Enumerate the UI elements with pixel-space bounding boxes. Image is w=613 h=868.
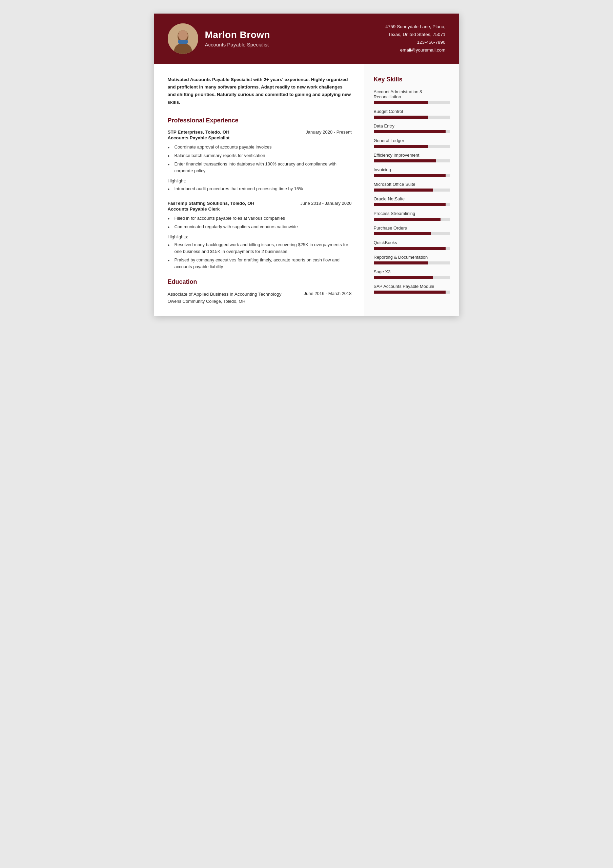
job-1-highlight-bullets: Introduced audit procedures that reduced… xyxy=(168,186,352,192)
svg-rect-4 xyxy=(178,40,188,44)
experience-section: Professional Experience STP Enterprises,… xyxy=(168,117,352,271)
email: email@youremail.com xyxy=(385,46,445,54)
skill-item: Invoicing xyxy=(374,167,450,177)
job-1-role: Accounts Payable Specialist xyxy=(168,135,352,140)
skill-name: Microsoft Office Suite xyxy=(374,182,450,187)
bullet-item: Resolved many backlogged work and billin… xyxy=(168,242,352,255)
skill-bar-background xyxy=(374,116,450,119)
job-1: STP Enterprises, Toledo, OH January 2020… xyxy=(168,130,352,192)
skill-bar-background xyxy=(374,218,450,221)
phone: 123-456-7890 xyxy=(385,39,445,46)
education-section: Education Associate of Applied Business … xyxy=(168,278,352,304)
job-2-header: FasTemp Staffing Solutions, Toledo, OH J… xyxy=(168,201,352,206)
skill-bar-fill xyxy=(374,116,428,119)
job-2-role: Accounts Payable Clerk xyxy=(168,206,352,212)
edu-1-school: Owens Community College, Toledo, OH xyxy=(168,299,352,304)
skill-item: QuickBooks xyxy=(374,240,450,250)
skill-bar-background xyxy=(374,261,450,265)
edu-1-degree: Associate of Applied Business in Account… xyxy=(168,291,282,298)
skill-item: Purchase Orders xyxy=(374,225,450,235)
job-2-company: FasTemp Staffing Solutions, Toledo, OH xyxy=(168,201,254,206)
skill-bar-fill xyxy=(374,218,441,221)
skill-bar-fill xyxy=(374,101,428,104)
skill-bar-fill xyxy=(374,247,446,250)
skill-item: Process Streamlining xyxy=(374,211,450,221)
header-contact: 4759 Sunnydale Lane, Plano, Texas, Unite… xyxy=(385,23,445,54)
skill-name: Reporting & Documentation xyxy=(374,255,450,260)
bullet-item: Coordinate approval of accounts payable … xyxy=(168,144,352,150)
skill-item: General Ledger xyxy=(374,138,450,148)
skill-bar-fill xyxy=(374,203,446,206)
skill-item: Sage X3 xyxy=(374,269,450,279)
skills-title: Key Skills xyxy=(374,76,450,83)
header-left: Marlon Brown Accounts Payable Specialist xyxy=(168,23,271,54)
address-line2: Texas, United States, 75071 xyxy=(385,31,445,39)
edu-1-dates: June 2016 - March 2018 xyxy=(304,291,352,296)
skill-name: General Ledger xyxy=(374,138,450,143)
summary-text: Motivated Accounts Payable Specialist wi… xyxy=(168,76,352,106)
job-1-dates: January 2020 - Present xyxy=(306,130,351,135)
skill-bar-background xyxy=(374,291,450,294)
skill-name: Data Entry xyxy=(374,123,450,129)
skill-bar-background xyxy=(374,101,450,104)
skill-item: Budget Control xyxy=(374,109,450,119)
svg-point-3 xyxy=(178,30,188,40)
edu-1-header: Associate of Applied Business in Account… xyxy=(168,291,352,298)
candidate-title: Accounts Payable Specialist xyxy=(205,42,271,48)
skill-bar-fill xyxy=(374,174,446,177)
candidate-name: Marlon Brown xyxy=(205,29,271,40)
job-1-header: STP Enterprises, Toledo, OH January 2020… xyxy=(168,130,352,135)
skill-bar-fill xyxy=(374,291,446,294)
skill-item: Microsoft Office Suite xyxy=(374,182,450,192)
right-column: Key Skills Account Administration & Reco… xyxy=(364,64,459,316)
body: Motivated Accounts Payable Specialist wi… xyxy=(154,64,459,316)
skill-bar-background xyxy=(374,232,450,235)
bullet-item: Introduced audit procedures that reduced… xyxy=(168,186,352,192)
skills-list: Account Administration & ReconciliationB… xyxy=(374,89,450,294)
skill-bar-background xyxy=(374,203,450,206)
name-title: Marlon Brown Accounts Payable Specialist xyxy=(205,29,271,48)
skill-item: Data Entry xyxy=(374,123,450,133)
skill-name: SAP Accounts Payable Module xyxy=(374,284,450,289)
job-2-bullets: Filled in for accounts payable roles at … xyxy=(168,215,352,230)
skill-name: Process Streamlining xyxy=(374,211,450,216)
skill-bar-background xyxy=(374,145,450,148)
skill-bar-background xyxy=(374,130,450,133)
skill-bar-background xyxy=(374,276,450,279)
skill-bar-background xyxy=(374,247,450,250)
avatar xyxy=(168,23,198,54)
skill-name: Oracle NetSuite xyxy=(374,196,450,202)
bullet-item: Communicated regularly with suppliers an… xyxy=(168,223,352,230)
skill-name: QuickBooks xyxy=(374,240,450,245)
skill-name: Invoicing xyxy=(374,167,450,172)
skill-bar-fill xyxy=(374,160,436,163)
header: Marlon Brown Accounts Payable Specialist… xyxy=(154,14,459,64)
skill-bar-fill xyxy=(374,145,428,148)
job-2-highlight-bullets: Resolved many backlogged work and billin… xyxy=(168,242,352,271)
job-1-bullets: Coordinate approval of accounts payable … xyxy=(168,144,352,175)
skill-item: Efficiency Improvement xyxy=(374,153,450,163)
job-2: FasTemp Staffing Solutions, Toledo, OH J… xyxy=(168,201,352,271)
bullet-item: Filled in for accounts payable roles at … xyxy=(168,215,352,222)
job-2-dates: June 2018 - January 2020 xyxy=(300,201,351,206)
skill-bar-background xyxy=(374,189,450,192)
skill-item: Reporting & Documentation xyxy=(374,255,450,265)
skill-name: Efficiency Improvement xyxy=(374,153,450,158)
skill-name: Purchase Orders xyxy=(374,225,450,231)
skill-item: Oracle NetSuite xyxy=(374,196,450,206)
skill-bar-fill xyxy=(374,261,428,265)
skill-item: Account Administration & Reconciliation xyxy=(374,89,450,104)
job-1-highlight-label: Highlight: xyxy=(168,178,352,183)
resume-container: Marlon Brown Accounts Payable Specialist… xyxy=(154,14,459,316)
skill-bar-background xyxy=(374,160,450,163)
left-column: Motivated Accounts Payable Specialist wi… xyxy=(154,64,364,316)
skill-name: Sage X3 xyxy=(374,269,450,274)
job-2-highlight-label: Highlights: xyxy=(168,234,352,239)
skill-bar-fill xyxy=(374,189,433,192)
skill-item: SAP Accounts Payable Module xyxy=(374,284,450,294)
job-1-company: STP Enterprises, Toledo, OH xyxy=(168,130,230,135)
skill-bar-fill xyxy=(374,130,446,133)
education-title: Education xyxy=(168,278,352,285)
bullet-item: Balance batch summary reports for verifi… xyxy=(168,152,352,159)
skill-bar-fill xyxy=(374,232,431,235)
